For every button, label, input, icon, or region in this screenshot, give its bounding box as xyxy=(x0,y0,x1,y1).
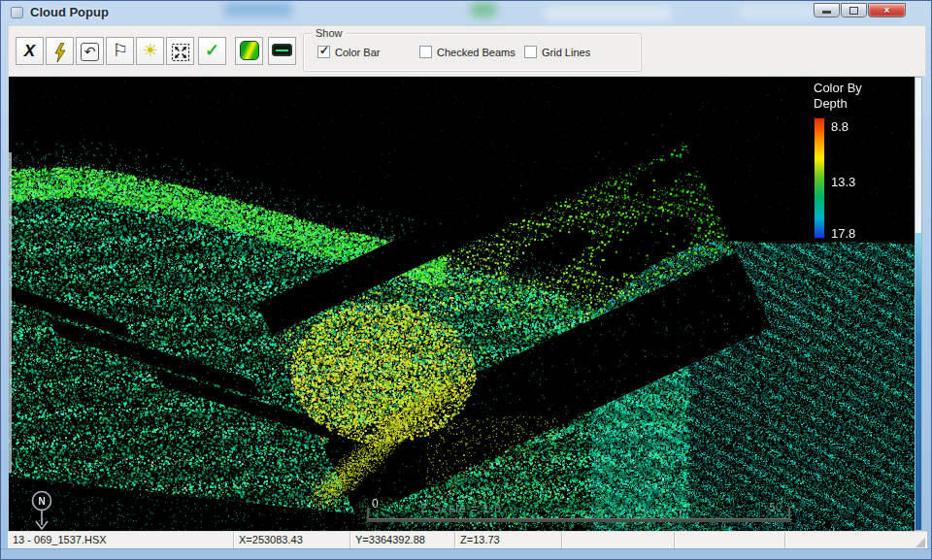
close-button[interactable]: × xyxy=(868,3,906,17)
scale-end-label: 50 xyxy=(769,501,782,514)
undo-icon: ↶ xyxy=(81,43,99,61)
minimize-button[interactable] xyxy=(814,3,840,17)
frame-border xyxy=(1,548,932,549)
viewport-edge-highlight xyxy=(9,152,12,473)
titlebar[interactable]: Cloud Popup × xyxy=(1,1,932,25)
scale-tick-left xyxy=(367,508,369,519)
app-icon xyxy=(11,7,23,18)
scale-bar xyxy=(367,519,790,522)
glass-reflection xyxy=(739,5,816,18)
point-cloud-canvas[interactable] xyxy=(9,77,915,531)
check-icon: ✓ xyxy=(205,41,219,60)
view-angle-readout: View Angle El: 2 xyxy=(840,496,892,523)
show-groupbox: Show ✓ Color Bar ✓ Checked Beams ✓ Grid … xyxy=(303,33,642,72)
colormap-icon xyxy=(240,41,259,60)
legend-tick-max: 17.8 xyxy=(831,226,855,241)
glass-reflection xyxy=(224,3,292,16)
depth-legend: Color By Depth 8.8 13.3 17.8 xyxy=(814,81,907,112)
checkbox-box[interactable]: ✓ xyxy=(419,46,432,58)
toolbar: X ↶ ⚐ ☀ ✓ Show xyxy=(8,25,926,77)
statusbar-empty-1 xyxy=(562,532,675,548)
lightning-icon xyxy=(52,43,68,62)
statusbar-filename: 13 - 069_1537.HSX xyxy=(8,532,234,548)
lightning-tool-button[interactable] xyxy=(46,37,74,65)
legend-tick-mid: 13.3 xyxy=(831,175,855,189)
accept-tool-button[interactable]: ✓ xyxy=(198,37,226,65)
legend-title: Color By Depth xyxy=(814,81,907,112)
glass-reflection xyxy=(545,7,671,20)
minimize-icon xyxy=(822,11,831,14)
north-arrow: N xyxy=(22,488,61,533)
flag-tool-button[interactable]: ⚐ xyxy=(106,37,134,65)
z-scale-label: Z Scale = 1.0 xyxy=(420,502,502,515)
statusbar: 13 - 069_1537.HSX X=253083.43 Y=3364392.… xyxy=(8,531,926,548)
statusbar-empty-3 xyxy=(785,532,926,548)
checkbox-box[interactable]: ✓ xyxy=(524,46,537,58)
sun-tool-button[interactable]: ☀ xyxy=(136,37,164,65)
glass-reflection xyxy=(471,3,496,16)
checkbox-label: Checked Beams xyxy=(437,47,516,58)
svg-text:N: N xyxy=(38,496,45,507)
flag-icon: ⚐ xyxy=(112,41,127,60)
maximize-icon xyxy=(849,7,858,15)
scale-tick-right xyxy=(788,508,790,519)
scale-start-label: 0 xyxy=(372,497,379,511)
elevation-slider[interactable] xyxy=(915,77,922,531)
close-icon: × xyxy=(884,5,890,16)
maximize-button[interactable] xyxy=(841,3,867,17)
statusbar-x: X=253083.43 xyxy=(234,532,350,548)
zoom-extents-tool-button[interactable] xyxy=(166,37,194,65)
checkbox-grid-lines[interactable]: ✓ Grid Lines xyxy=(524,46,590,58)
resize-grip[interactable] xyxy=(915,538,925,547)
window-title: Cloud Popup xyxy=(30,5,109,19)
checkbox-label: Color Bar xyxy=(335,47,380,58)
legend-color-bar xyxy=(814,117,825,239)
checkbox-box[interactable]: ✓ xyxy=(317,46,330,58)
statusbar-z: Z=13.73 xyxy=(455,532,562,548)
zoom-extents-icon xyxy=(171,43,190,62)
application-window: Cloud Popup × X ↶ ⚐ ☀ xyxy=(0,0,932,560)
delete-tool-button[interactable]: X xyxy=(16,37,44,65)
point-cloud-viewport: Color By Depth 8.8 13.3 17.8 N 0 50 Z Sc… xyxy=(9,77,915,531)
show-group-label: Show xyxy=(312,27,347,39)
colorbar-icon xyxy=(272,44,292,56)
colormap-tool-button[interactable] xyxy=(235,37,263,65)
elevation-slider-fill[interactable] xyxy=(915,233,921,530)
statusbar-empty-2 xyxy=(675,532,785,548)
checkbox-color-bar[interactable]: ✓ Color Bar xyxy=(317,46,380,58)
checkbox-label: Grid Lines xyxy=(542,47,590,58)
sun-icon: ☀ xyxy=(142,41,157,60)
statusbar-y: Y=3364392.88 xyxy=(350,532,455,548)
checkmark-icon: ✓ xyxy=(319,44,329,57)
undo-tool-button[interactable]: ↶ xyxy=(76,37,104,65)
checkbox-checked-beams[interactable]: ✓ Checked Beams xyxy=(419,46,516,58)
colorbar-tool-button[interactable] xyxy=(268,37,296,65)
legend-tick-min: 8.8 xyxy=(831,119,849,134)
delete-icon: X xyxy=(24,42,35,60)
